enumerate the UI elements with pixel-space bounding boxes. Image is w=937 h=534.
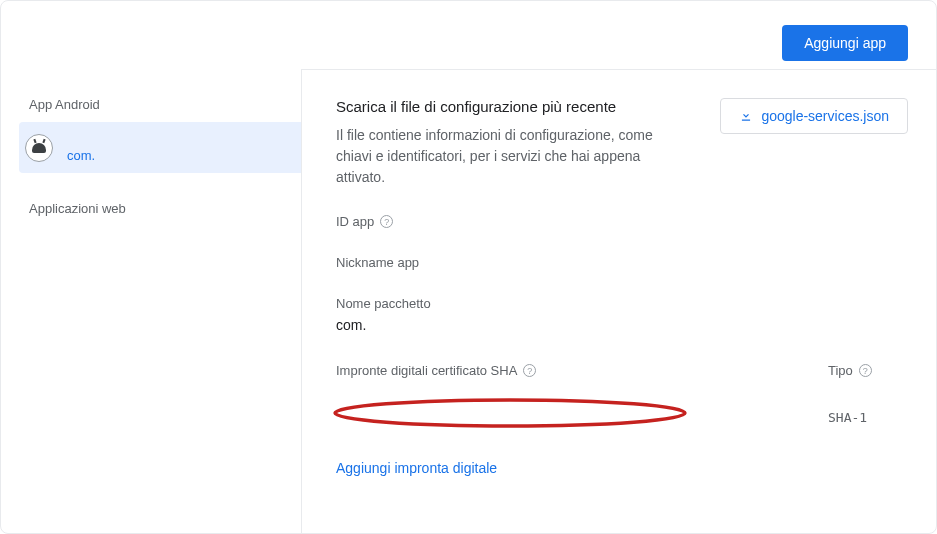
android-icon bbox=[25, 134, 53, 162]
svg-point-0 bbox=[335, 400, 685, 426]
add-fingerprint-button[interactable]: Aggiungi impronta digitale bbox=[336, 460, 497, 476]
android-section-label: App Android bbox=[29, 97, 301, 112]
config-section: Scarica il file di configurazione più re… bbox=[336, 98, 908, 188]
body: App Android com. Applicazioni web Scaric… bbox=[1, 69, 936, 533]
field-package: Nome pacchetto com. bbox=[336, 296, 908, 333]
field-app-id: ID app ? bbox=[336, 214, 908, 229]
download-config-button[interactable]: google-services.json bbox=[720, 98, 908, 134]
download-icon bbox=[739, 109, 753, 123]
sha-type-header: Tipo bbox=[828, 363, 853, 378]
topbar: Aggiungi app bbox=[1, 1, 936, 69]
web-section-label: Applicazioni web bbox=[29, 201, 301, 216]
help-icon[interactable]: ? bbox=[380, 215, 393, 228]
nickname-label: Nickname app bbox=[336, 255, 419, 270]
sidebar: App Android com. Applicazioni web bbox=[1, 69, 301, 533]
add-app-button[interactable]: Aggiungi app bbox=[782, 25, 908, 61]
annotation-ellipse-icon bbox=[330, 396, 690, 430]
sidebar-app-package: com. bbox=[67, 148, 95, 163]
sha-header-label: Impronte digitali certificato SHA bbox=[336, 363, 517, 378]
config-description: Il file contiene informazioni di configu… bbox=[336, 125, 666, 188]
sha-type-value: SHA-1 bbox=[828, 410, 908, 425]
help-icon[interactable]: ? bbox=[859, 364, 872, 377]
sidebar-app-item[interactable]: com. bbox=[19, 122, 301, 173]
sha-header-row: Impronte digitali certificato SHA ? Tipo… bbox=[336, 363, 908, 378]
sha-fingerprint-value bbox=[336, 402, 828, 432]
config-title: Scarica il file di configurazione più re… bbox=[336, 98, 666, 115]
main-content: Scarica il file di configurazione più re… bbox=[301, 69, 936, 533]
package-label: Nome pacchetto bbox=[336, 296, 431, 311]
field-nickname: Nickname app bbox=[336, 255, 908, 270]
download-config-label: google-services.json bbox=[761, 108, 889, 124]
sidebar-app-text: com. bbox=[67, 132, 95, 163]
app-id-label: ID app bbox=[336, 214, 374, 229]
help-icon[interactable]: ? bbox=[523, 364, 536, 377]
settings-panel: Aggiungi app App Android com. Applicazio… bbox=[0, 0, 937, 534]
config-text: Scarica il file di configurazione più re… bbox=[336, 98, 666, 188]
package-value: com. bbox=[336, 317, 908, 333]
sha-fingerprint-row: SHA-1 bbox=[336, 392, 908, 442]
